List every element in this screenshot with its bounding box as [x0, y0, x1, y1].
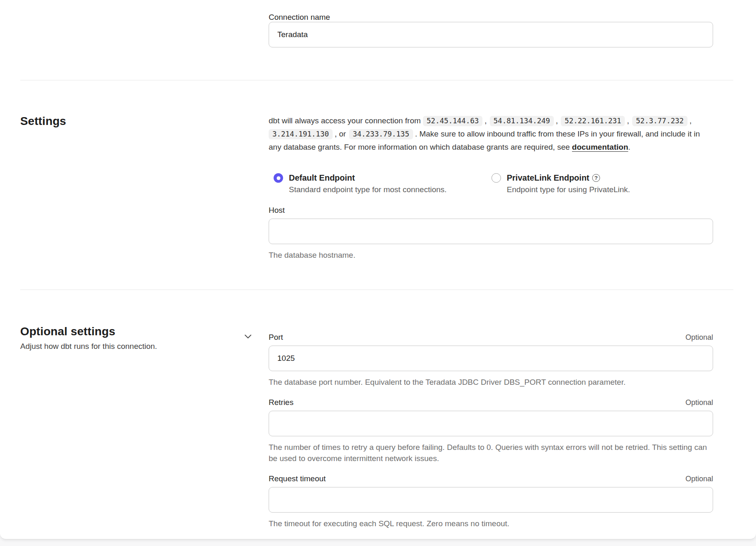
ip-allowlist-note: dbt will always access your connection f… — [269, 114, 713, 153]
optional-badge: Optional — [685, 333, 713, 342]
port-field-group: Port Optional The database port number. … — [269, 333, 713, 388]
ip-address-chip: 3.214.191.130 — [269, 129, 333, 139]
chevron-down-icon — [243, 332, 253, 341]
connection-name-section: Connection name — [0, 0, 756, 47]
help-icon[interactable]: ? — [592, 174, 600, 182]
retries-field-group: Retries Optional The number of times to … — [269, 398, 713, 464]
radio-desc-privatelink-endpoint: Endpoint type for using PrivateLink. — [507, 184, 630, 195]
request-timeout-label: Request timeout — [269, 474, 326, 483]
ip-address-chip: 52.45.144.63 — [423, 116, 482, 126]
host-helper-text: The database hostname. — [269, 249, 713, 261]
ip-address-chip: 52.3.77.232 — [632, 116, 687, 126]
host-input[interactable] — [269, 219, 713, 244]
port-label: Port — [269, 333, 283, 342]
ip-address-chip: 34.233.79.135 — [349, 129, 413, 139]
radio-option-default-endpoint[interactable]: Default Endpoint Standard endpoint type … — [274, 172, 491, 195]
connection-name-label: Connection name — [269, 13, 713, 22]
radio-desc-default-endpoint: Standard endpoint type for most connecti… — [289, 184, 447, 195]
settings-heading: Settings — [20, 114, 269, 128]
retries-input[interactable] — [269, 411, 713, 436]
collapse-section-button[interactable] — [243, 331, 253, 342]
optional-badge: Optional — [685, 475, 713, 483]
optional-badge: Optional — [685, 398, 713, 407]
radio-option-privatelink-endpoint[interactable]: PrivateLink Endpoint? Endpoint type for … — [491, 172, 630, 195]
request-timeout-helper-text: The timeout for executing each SQL reque… — [269, 518, 713, 529]
documentation-link[interactable]: documentation — [572, 143, 628, 151]
ip-address-chip: 54.81.134.249 — [490, 116, 554, 126]
connection-settings-panel: Connection name Settings dbt will always… — [0, 0, 756, 539]
radio-label-privatelink-endpoint: PrivateLink Endpoint — [507, 172, 589, 183]
retries-helper-text: The number of times to retry a query bef… — [269, 442, 713, 464]
request-timeout-field-group: Request timeout Optional The timeout for… — [269, 474, 713, 529]
radio-selected-icon[interactable] — [274, 173, 283, 183]
retries-label: Retries — [269, 398, 293, 407]
optional-settings-subheading: Adjust how dbt runs for this connection. — [20, 341, 269, 352]
host-field-group: Host The database hostname. — [269, 206, 713, 261]
port-input[interactable] — [269, 346, 713, 371]
optional-settings-section: Optional settings Adjust how dbt runs fo… — [0, 290, 756, 529]
radio-unselected-icon[interactable] — [491, 173, 501, 183]
ip-note-intro: dbt will always access your connection f… — [269, 116, 421, 125]
connection-name-input[interactable] — [269, 22, 713, 47]
endpoint-type-radio-group: Default Endpoint Standard endpoint type … — [274, 172, 713, 195]
optional-settings-heading: Optional settings — [20, 325, 269, 339]
settings-section: Settings dbt will always access your con… — [0, 80, 756, 261]
radio-label-default-endpoint: Default Endpoint — [289, 172, 355, 183]
port-helper-text: The database port number. Equivalent to … — [269, 377, 713, 388]
host-label: Host — [269, 206, 713, 215]
ip-address-chip: 52.22.161.231 — [561, 116, 625, 126]
request-timeout-input[interactable] — [269, 487, 713, 513]
